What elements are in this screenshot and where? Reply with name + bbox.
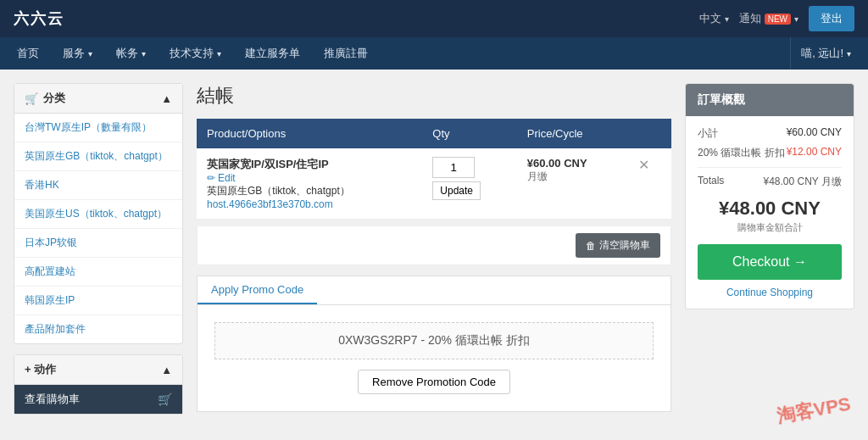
totals-value: ¥48.00 CNY 月缴 (764, 175, 843, 189)
cart-icon: 🛒 (25, 92, 38, 105)
nav-item-home[interactable]: 首页 (7, 37, 49, 70)
apply-promo-tab[interactable]: Apply Promo Code (198, 276, 317, 304)
product-name: 英国家宽IP/双ISP/住宅IP (207, 157, 412, 172)
action-header: + 动作 ▲ (14, 355, 182, 385)
nav-item-support[interactable]: 技术支持 ▾ (159, 37, 231, 70)
update-button[interactable]: Update (432, 181, 481, 200)
sidebar-item-highperf[interactable]: 高配置建站 (14, 258, 182, 287)
totals-label: Totals (698, 175, 724, 189)
nav-item-order[interactable]: 建立服务单 (235, 37, 310, 70)
nav-items: 首页 服务 ▾ 帐务 ▾ 技术支持 ▾ 建立服务单 推廣註冊 (7, 37, 378, 70)
view-cart-button[interactable]: 查看購物車 🛒 (14, 385, 182, 414)
remove-cell: ✕ (628, 148, 671, 220)
login-button[interactable]: 登出 (809, 6, 854, 31)
sidebar: 🛒 分类 ▲ 台灣TW原生IP（數量有限） 英国原生GB（tiktok、chat… (14, 83, 183, 425)
nav-item-services[interactable]: 服务 ▾ (53, 37, 103, 70)
product-subtitle: 英国原生GB（tiktok、chatgpt） (207, 184, 412, 198)
promo-content: 0XW3GS2RP7 - 20% 循環出帳 折扣 Remove Promotio… (198, 305, 670, 411)
chevron-down-icon: ▾ (794, 14, 798, 24)
chevron-down-icon: ▾ (88, 49, 92, 58)
chevron-up-icon: ▲ (161, 92, 172, 105)
col-qty: Qty (422, 119, 517, 148)
nav-item-billing[interactable]: 帐务 ▾ (106, 37, 156, 70)
cart-table: Product/Options Qty Price/Cycle 英国家宽IP/双… (197, 119, 671, 220)
sidebar-item-tw[interactable]: 台灣TW原生IP（數量有限） (14, 114, 182, 142)
big-total: ¥48.00 CNY (698, 198, 842, 220)
sidebar-item-hk[interactable]: 香港HK (14, 171, 182, 200)
edit-link[interactable]: ✏ Edit (207, 172, 412, 184)
product-details-cell: 英国家宽IP/双ISP/住宅IP ✏ Edit 英国原生GB（tiktok、ch… (197, 148, 422, 220)
edit-icon: ✏ (207, 172, 215, 184)
chevron-down-icon: ▾ (847, 49, 851, 58)
price-text: ¥60.00 CNY (527, 157, 618, 170)
summary-body: 小計 ¥60.00 CNY 20% 循環出帳 折扣 ¥12.00 CNY Tot… (686, 116, 854, 309)
subtotal-label: 小計 (698, 126, 718, 141)
chevron-down-icon: ▾ (725, 14, 729, 24)
main-area: 結帳 Product/Options Qty Price/Cycle 英国家宽I… (197, 83, 671, 425)
notification-button[interactable]: 通知 NEW ▾ (739, 11, 798, 26)
chevron-down-icon: ▾ (217, 49, 221, 58)
promo-code-display: 0XW3GS2RP7 - 20% 循環出帳 折扣 (214, 322, 654, 359)
chevron-up-icon: ▲ (161, 364, 172, 376)
notification-label: 通知 (739, 11, 761, 26)
page-content: 🛒 分类 ▲ 台灣TW原生IP（數量有限） 英国原生GB（tiktok、chat… (0, 70, 868, 438)
price-cell: ¥60.00 CNY 月缴 (517, 148, 628, 220)
discount-value: ¥12.00 CNY (787, 146, 842, 160)
main-navbar: 首页 服务 ▾ 帐务 ▾ 技术支持 ▾ 建立服务单 推廣註冊 喵, 远山! ▾ (0, 37, 868, 70)
notification-badge: NEW (765, 14, 791, 25)
category-section: 🛒 分类 ▲ 台灣TW原生IP（數量有限） 英国原生GB（tiktok、chat… (14, 83, 183, 344)
top-navbar: 六六云 中文 ▾ 通知 NEW ▾ 登出 (0, 0, 868, 37)
sidebar-item-addon[interactable]: 產品附加套件 (14, 315, 182, 343)
user-menu[interactable]: 喵, 远山! ▾ (790, 37, 861, 70)
subtotal-value: ¥60.00 CNY (787, 126, 842, 141)
remove-item-button[interactable]: ✕ (638, 157, 649, 173)
clear-cart-button[interactable]: 🗑 清空購物車 (576, 233, 660, 258)
price-cycle: 月缴 (527, 170, 618, 184)
promo-tabs: Apply Promo Code (198, 276, 670, 305)
top-nav-right: 中文 ▾ 通知 NEW ▾ 登出 (699, 6, 854, 31)
remove-promo-button[interactable]: Remove Promotion Code (358, 370, 510, 394)
sidebar-item-gb[interactable]: 英国原生GB（tiktok、chatgpt） (14, 142, 182, 171)
col-remove (628, 119, 671, 148)
username-label: 喵, 远山! (801, 46, 843, 61)
summary-header: 訂單概觀 (686, 84, 854, 116)
view-cart-label: 查看購物車 (25, 392, 80, 407)
plus-icon: + (25, 363, 31, 376)
page-title: 結帳 (197, 83, 671, 109)
table-row: 英国家宽IP/双ISP/住宅IP ✏ Edit 英国原生GB（tiktok、ch… (197, 148, 671, 220)
language-selector[interactable]: 中文 ▾ (699, 11, 729, 26)
sidebar-item-jp[interactable]: 日本JP软银 (14, 229, 182, 258)
nav-item-referral[interactable]: 推廣註冊 (314, 37, 378, 70)
summary-box: 訂單概觀 小計 ¥60.00 CNY 20% 循環出帳 折扣 ¥12.00 CN… (685, 83, 854, 309)
summary-divider (698, 167, 842, 168)
col-price: Price/Cycle (517, 119, 628, 148)
product-domain: host.4966e3bf13e370b.com (207, 198, 412, 210)
discount-label: 20% 循環出帳 折扣 (698, 146, 785, 160)
promo-section: Apply Promo Code 0XW3GS2RP7 - 20% 循環出帳 折… (197, 276, 671, 412)
qty-input[interactable] (432, 157, 475, 178)
qty-cell: Update (422, 148, 517, 220)
order-summary: 訂單概觀 小計 ¥60.00 CNY 20% 循環出帳 折扣 ¥12.00 CN… (685, 83, 854, 425)
subtotal-row: 小計 ¥60.00 CNY (698, 126, 842, 141)
cart-icon: 🛒 (158, 393, 172, 406)
action-section: + 动作 ▲ 查看購物車 🛒 (14, 354, 183, 415)
sidebar-item-us[interactable]: 美国原生US（tiktok、chatgpt） (14, 200, 182, 229)
action-header-label: 动作 (34, 363, 56, 376)
language-label: 中文 (699, 11, 721, 26)
brand-logo: 六六云 (14, 8, 64, 29)
chevron-down-icon: ▾ (142, 49, 146, 58)
total-label: 購物車金額合計 (698, 221, 842, 234)
continue-shopping-link[interactable]: Continue Shopping (698, 287, 842, 298)
sidebar-item-kr[interactable]: 韩国原生IP (14, 287, 182, 315)
discount-row: 20% 循環出帳 折扣 ¥12.00 CNY (698, 146, 842, 160)
col-product: Product/Options (197, 119, 422, 148)
totals-row: Totals ¥48.00 CNY 月缴 (698, 175, 842, 189)
checkout-button[interactable]: Checkout → (698, 244, 842, 280)
trash-icon: 🗑 (586, 240, 596, 252)
category-header: 🛒 分类 ▲ (14, 84, 182, 114)
category-header-label: 分类 (43, 91, 65, 106)
clear-cart-row: 🗑 清空購物車 (197, 226, 671, 265)
